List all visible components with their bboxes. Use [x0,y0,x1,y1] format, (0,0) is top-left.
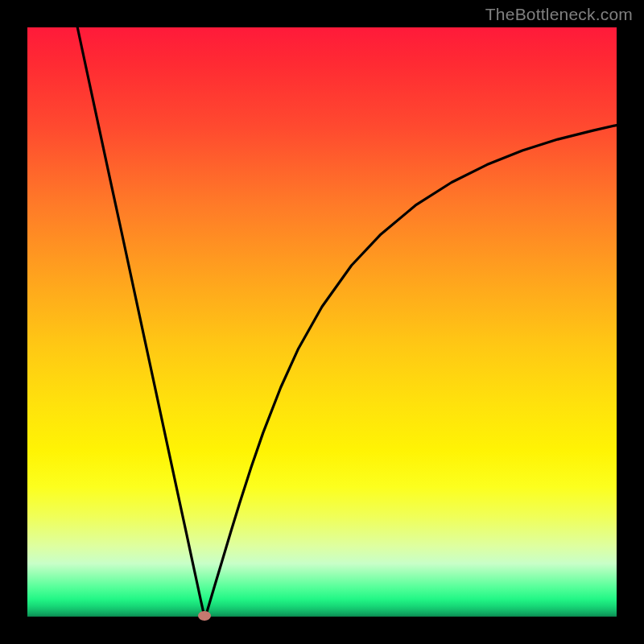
bottleneck-curve [77,27,617,616]
minimum-marker [198,611,211,621]
watermark-text: TheBottleneck.com [485,5,633,24]
curve-svg [27,27,617,617]
plot-frame [27,27,617,617]
plot-area [27,27,617,617]
